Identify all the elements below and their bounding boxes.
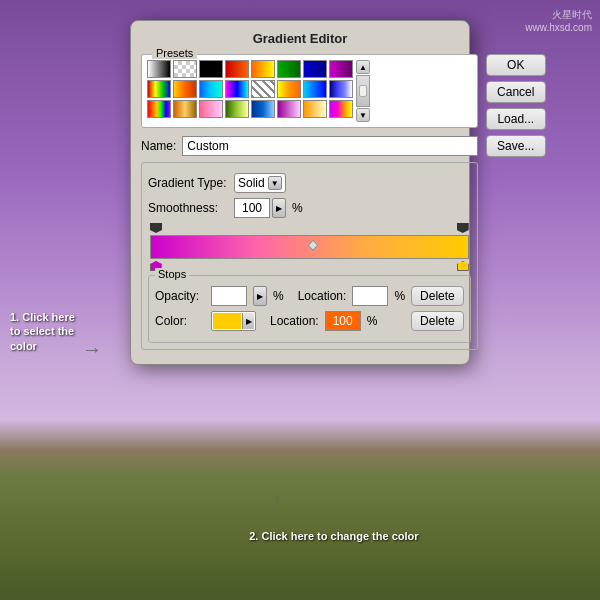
opacity-location-input[interactable] <box>352 286 388 306</box>
color-location-input[interactable] <box>325 311 361 331</box>
preset-swatch[interactable] <box>329 60 353 78</box>
presets-row-2 <box>147 80 353 98</box>
smoothness-unit: % <box>292 201 303 215</box>
preset-swatch[interactable] <box>225 80 249 98</box>
opacity-location-unit: % <box>394 289 405 303</box>
presets-content: ▲ ▼ <box>147 60 472 122</box>
arrow-bottom-icon: ↑ <box>272 489 282 512</box>
name-row: Name: <box>141 136 478 156</box>
opacity-location-label: Location: <box>298 289 347 303</box>
color-location-label: Location: <box>270 314 319 328</box>
opacity-stepper-icon[interactable]: ▶ <box>253 286 267 306</box>
color-stop-row: Color: ▶ Location: % Delete <box>155 311 464 331</box>
gradient-bottom-handles <box>150 261 469 271</box>
preset-swatch[interactable] <box>251 80 275 98</box>
preset-swatch[interactable] <box>251 60 275 78</box>
presets-row-1 <box>147 60 353 78</box>
color-swatch-button[interactable]: ▶ <box>211 311 256 331</box>
color-label: Color: <box>155 314 205 328</box>
preset-swatch[interactable] <box>303 100 327 118</box>
stops-section: Stops Opacity: ▶ % Location: % Delete <box>148 275 471 343</box>
preset-swatch[interactable] <box>329 80 353 98</box>
opacity-stop-row: Opacity: ▶ % Location: % Delete <box>155 286 464 306</box>
presets-grid <box>147 60 353 118</box>
preset-swatch[interactable] <box>225 100 249 118</box>
name-label: Name: <box>141 139 176 153</box>
gradient-top-handles <box>150 223 469 233</box>
preset-swatch[interactable] <box>277 80 301 98</box>
dialog-left-panel: Presets <box>141 54 478 354</box>
smoothness-control: ▶ <box>234 198 286 218</box>
opacity-label: Opacity: <box>155 289 205 303</box>
preset-swatch[interactable] <box>329 100 353 118</box>
preset-swatch[interactable] <box>173 100 197 118</box>
opacity-delete-button[interactable]: Delete <box>411 286 464 306</box>
preset-swatch[interactable] <box>173 80 197 98</box>
preset-swatch[interactable] <box>251 100 275 118</box>
color-stop-right[interactable] <box>457 261 469 271</box>
color-delete-button[interactable]: Delete <box>411 311 464 331</box>
preset-swatch[interactable] <box>173 60 197 78</box>
load-button[interactable]: Load... <box>486 108 546 130</box>
watermark: 火星时代www.hxsd.com <box>525 8 592 33</box>
gradient-type-value: Solid <box>238 176 265 190</box>
scroll-thumb[interactable] <box>356 75 370 107</box>
color-swatch <box>213 313 241 329</box>
gradient-type-label: Gradient Type: <box>148 176 228 190</box>
cancel-button[interactable]: Cancel <box>486 81 546 103</box>
midpoint-diamond[interactable] <box>308 240 319 251</box>
dialog-title: Gradient Editor <box>141 31 459 46</box>
preset-swatch[interactable] <box>277 60 301 78</box>
dialog-right-buttons: OK Cancel Load... Save... <box>486 54 546 354</box>
scroll-down-button[interactable]: ▼ <box>356 108 370 122</box>
preset-swatch[interactable] <box>225 60 249 78</box>
preset-swatch[interactable] <box>147 60 171 78</box>
scroll-handle <box>359 85 367 97</box>
arrow-left-icon: → <box>82 338 102 361</box>
stops-label: Stops <box>155 268 189 280</box>
opacity-stop-right[interactable] <box>457 223 469 233</box>
gradient-type-arrow-icon[interactable]: ▼ <box>268 176 282 190</box>
preset-swatch[interactable] <box>303 80 327 98</box>
preset-swatch[interactable] <box>147 100 171 118</box>
smoothness-row: Smoothness: ▶ % <box>148 198 471 218</box>
annotation-left: 1. Click hereto select thecolor <box>10 310 90 353</box>
preset-swatch[interactable] <box>147 80 171 98</box>
smoothness-input[interactable] <box>234 198 270 218</box>
preset-swatch[interactable] <box>199 60 223 78</box>
gradient-type-select[interactable]: Solid ▼ <box>234 173 286 193</box>
color-location-unit: % <box>367 314 378 328</box>
gradient-bar[interactable] <box>150 235 469 259</box>
opacity-unit: % <box>273 289 284 303</box>
gradient-bar-container <box>148 223 471 271</box>
presets-label: Presets <box>152 47 197 59</box>
scroll-up-button[interactable]: ▲ <box>356 60 370 74</box>
ok-button[interactable]: OK <box>486 54 546 76</box>
save-button[interactable]: Save... <box>486 135 546 157</box>
color-arrow-icon[interactable]: ▶ <box>242 313 254 329</box>
opacity-input[interactable] <box>211 286 247 306</box>
preset-swatch[interactable] <box>199 100 223 118</box>
preset-swatch[interactable] <box>199 80 223 98</box>
presets-box: Presets <box>141 54 478 128</box>
dialog-main: Presets <box>141 54 459 354</box>
presets-scrollbar: ▲ ▼ <box>356 60 370 122</box>
gradient-editor-dialog: Gradient Editor Presets <box>130 20 470 365</box>
preset-swatch[interactable] <box>303 60 327 78</box>
preset-swatch[interactable] <box>277 100 301 118</box>
name-input[interactable] <box>182 136 477 156</box>
smoothness-label: Smoothness: <box>148 201 228 215</box>
smoothness-stepper-icon[interactable]: ▶ <box>272 198 286 218</box>
type-row: Gradient Type: Solid ▼ <box>148 173 471 193</box>
gradient-section: Gradient Type: Solid ▼ Smoothness: ▶ % <box>141 162 478 350</box>
opacity-stop-left[interactable] <box>150 223 162 233</box>
presets-row-3 <box>147 100 353 118</box>
annotation-bottom: 2. Click here to change the color <box>249 530 418 542</box>
